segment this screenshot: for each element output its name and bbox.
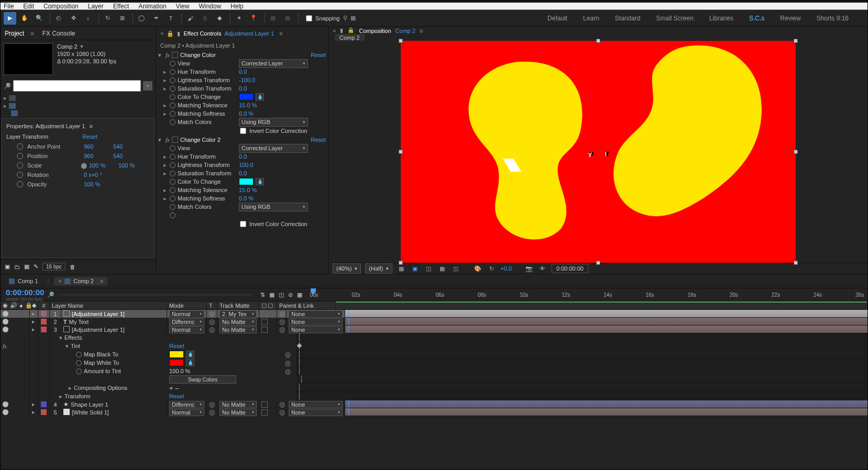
fx-visibility-icon[interactable] [172,52,178,58]
preview-time[interactable]: 0:00:00:00 [552,264,588,273]
stopwatch-icon[interactable] [170,77,175,83]
layer-bar[interactable] [345,408,867,416]
reset-transform-button[interactable]: Reset [82,133,97,140]
zoom-select[interactable]: (40%)▾ [333,263,361,274]
mask-icon[interactable]: ▣ [410,265,420,272]
panel-menu-icon[interactable]: ≡ [30,30,34,37]
transform-group[interactable]: ▸Transform Reset [1,392,867,400]
parent-select[interactable]: None▾ [287,408,345,416]
stopwatch-icon[interactable] [170,61,175,66]
stopwatch-icon[interactable] [170,94,175,100]
fx-badge-icon[interactable]: fx [3,343,7,349]
resolution-select[interactable]: (Half)▾ [365,263,392,274]
stopwatch-icon[interactable] [170,154,175,160]
track-matte-select[interactable]: No Matte▾ [217,400,259,408]
twirl-icon[interactable]: ▸ [163,77,168,84]
pickwhip-icon[interactable]: ◎ [209,408,215,416]
project-tab[interactable]: Project [5,30,24,37]
transform-handle[interactable] [794,150,798,154]
fx-reset-button[interactable]: Reset [311,52,326,58]
fx-reset-button[interactable]: Reset [311,137,326,143]
compositing-options-row[interactable]: ▸Compositing Options + – [1,384,867,392]
new-comp-icon[interactable]: ▦ [24,263,29,270]
ws-review[interactable]: Review [780,15,800,22]
stopwatch-icon[interactable] [170,103,175,108]
ws-learn[interactable]: Learn [583,15,599,22]
view-select[interactable]: Corrected Layer▾ [239,59,308,68]
menu-edit[interactable]: Edit [23,3,34,10]
layer-bar[interactable] [345,310,867,318]
menu-animation[interactable]: Animation [138,3,166,10]
ec-menu-icon[interactable]: ≡ [279,30,282,37]
eyedropper-icon[interactable]: 💧 [256,178,264,185]
snapping-toggle[interactable]: Snapping ⚲ ▦ [306,15,356,21]
av-features-icon[interactable]: ◉ [3,302,8,309]
comp-thumbnail[interactable] [4,43,53,75]
switch-icon[interactable] [261,311,268,317]
twirl-icon[interactable]: ▸ [163,85,168,92]
orbit-tool[interactable]: ◴ [52,12,65,25]
twirl-icon[interactable]: ▸ [163,69,168,75]
switch-icon[interactable] [261,401,268,408]
visibility-toggle[interactable] [3,311,8,317]
pickwhip-icon[interactable]: ◎ [279,310,285,318]
tree-twist-icon-2[interactable]: ▸ [4,103,7,109]
anchor-y-value[interactable]: 540 [113,143,138,150]
menu-composition[interactable]: Composition [43,3,79,10]
panel-menu-icon[interactable]: ≡ [420,28,423,34]
invert-checkbox[interactable] [240,221,246,227]
menu-view[interactable]: View [176,3,190,10]
scale-y-value[interactable]: 100 % [118,162,144,169]
pickwhip-icon[interactable]: ◎ [209,318,215,326]
time-ruler[interactable]: 00s02s04s06s08s10s12s14s16s18s20s22s24s2… [306,288,868,301]
stopwatch-icon[interactable] [76,368,82,374]
reset-button[interactable]: Reset [169,393,184,399]
label-color[interactable] [41,319,47,324]
tolerance-value[interactable]: 15.0 % [239,187,257,193]
pan-tool[interactable]: ✥ [67,12,80,25]
ws-shorts[interactable]: Shorts 9:16 [817,15,849,22]
layer-bar[interactable] [345,400,867,408]
menu-layer[interactable]: Layer [88,3,104,10]
layer-name-header[interactable]: Layer Name [50,301,167,309]
tree-twist-icon[interactable]: ▸ [4,95,7,102]
layer-row[interactable]: ▸ 4 ★ Shape Layer 1 Differenc▾ ◎ No Matt… [1,400,867,408]
menu-window[interactable]: Window [199,3,221,10]
eyedropper-icon[interactable]: 💧 [186,359,194,366]
blend-mode-select[interactable]: Differenc▾ [167,318,207,326]
twirl-icon[interactable]: ▸ [163,102,168,109]
pen-tool[interactable]: ✒ [150,12,162,25]
stopwatch-icon[interactable] [17,172,23,178]
saturation-value[interactable]: 0.0 [239,170,247,176]
menu-file[interactable]: File [4,3,14,10]
hue-value[interactable]: 0.0 [239,153,247,160]
scale-x-value[interactable]: 100 % [89,162,114,169]
anchor-tool[interactable]: ⊞ [116,12,128,25]
frame-blend-icon[interactable]: ◫ [279,292,284,298]
properties-menu-icon[interactable]: ≡ [89,123,92,129]
add-remove-button[interactable]: + – [169,384,179,392]
mode-header[interactable]: Mode [167,301,207,309]
visibility-toggle[interactable] [3,319,8,324]
lightness-value[interactable]: 100.0 [239,162,254,168]
grid-icon[interactable]: ▦ [437,265,447,272]
pickwhip-icon[interactable]: ◎ [279,326,285,333]
motion-blur-icon[interactable]: ⊘ [288,292,293,298]
pickwhip-icon[interactable]: ◎ [285,367,291,375]
text-tool[interactable]: T [164,12,177,25]
match-select[interactable]: Using RGB▾ [239,203,308,211]
interpret-icon[interactable]: ▣ [5,263,10,270]
label-color[interactable] [41,401,47,407]
twirl-icon[interactable]: ▾ [158,52,163,59]
saturation-value[interactable]: 0.0 [239,85,247,92]
link-icon[interactable]: ⬤ [81,162,87,169]
layer-name[interactable]: Shape Layer 1 [71,401,108,408]
snapping-caret-icon[interactable]: ⚲ [343,15,347,21]
stopwatch-icon[interactable] [17,181,23,187]
exposure-value[interactable]: +0.0 [500,265,512,272]
t-header[interactable]: T [207,301,217,309]
pickwhip-icon[interactable]: ◎ [209,400,215,408]
label-color[interactable] [41,311,47,317]
track-matte-select[interactable]: No Matte▾ [217,326,259,333]
selection-tool[interactable]: ▶ [4,12,16,25]
